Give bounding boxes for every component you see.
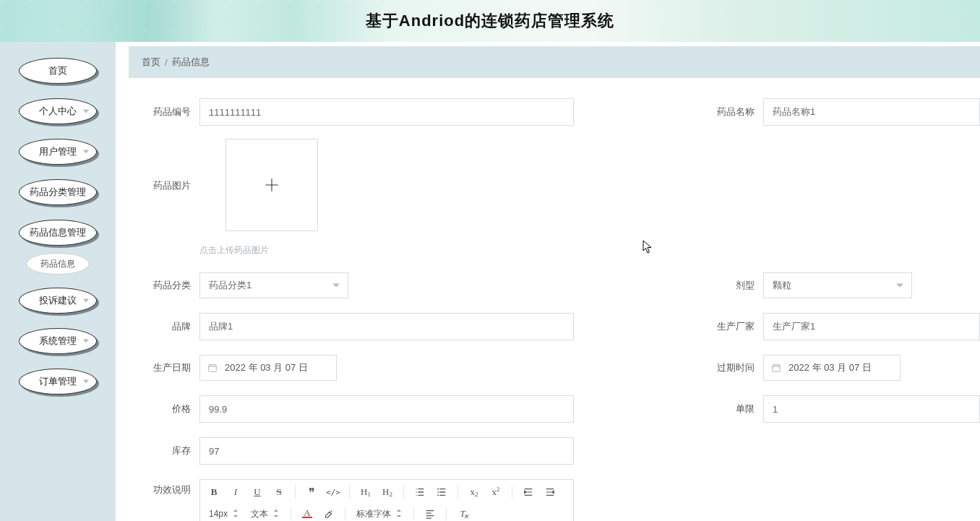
drug-name-input[interactable] xyxy=(763,98,980,126)
app-title: 基于Andriod的连锁药店管理系统 xyxy=(366,10,614,32)
sidebar-item-label: 订单管理 xyxy=(39,375,77,388)
rte-separator xyxy=(446,507,447,520)
label-brand: 品牌 xyxy=(129,320,191,333)
sidebar-item-label: 个人中心 xyxy=(39,105,77,118)
stock-input[interactable] xyxy=(199,437,574,465)
label-drug-category: 药品分类 xyxy=(129,279,191,292)
sidebar-item-label: 用户管理 xyxy=(39,145,77,158)
rte-quote-button[interactable]: ❞ xyxy=(304,484,319,500)
sidebar-item-drug-category[interactable]: 药品分类管理 xyxy=(19,179,97,205)
rte-separator xyxy=(457,486,458,499)
sidebar-item-home[interactable]: 首页 xyxy=(19,58,97,84)
svg-rect-0 xyxy=(209,365,217,371)
drug-code-input[interactable] xyxy=(199,98,574,126)
label-price: 价格 xyxy=(129,402,191,415)
rte-underline-button[interactable]: U xyxy=(249,484,265,500)
rte-font-size-select[interactable]: 14px xyxy=(206,506,242,521)
svg-point-2 xyxy=(437,488,439,490)
upload-hint-text: 点击上传药品图片 xyxy=(199,244,980,257)
rte-text-color-button[interactable]: A xyxy=(299,506,315,521)
label-manufacturer: 生产厂家 xyxy=(692,320,755,333)
manufacturer-input[interactable] xyxy=(763,313,980,340)
rte-separator xyxy=(345,507,345,520)
sidebar-item-users[interactable]: 用户管理 xyxy=(19,139,97,165)
expire-date-value: 2022 年 03 月 07 日 xyxy=(788,361,872,374)
expire-date-picker[interactable]: 2022 年 03 月 07 日 xyxy=(763,355,901,381)
main-layout: 首页 个人中心 用户管理 药品分类管理 药品信息管理 药品信息 投诉建议 系统管… xyxy=(0,42,980,521)
label-drug-image: 药品图片 xyxy=(129,179,191,192)
label-drug-code: 药品编号 xyxy=(129,106,191,119)
dosage-select[interactable]: 颗粒 xyxy=(763,272,912,298)
content-area: 首页 / 药品信息 药品编号 药品名称 药品图片 xyxy=(116,42,980,521)
breadcrumb-home-link[interactable]: 首页 xyxy=(142,56,160,69)
rte-outdent-button[interactable] xyxy=(542,484,558,500)
rte-bold-button[interactable]: B xyxy=(206,484,222,500)
rte-font-size-value: 14px xyxy=(209,509,228,519)
rte-separator xyxy=(512,486,512,499)
price-input[interactable] xyxy=(199,395,574,423)
sidebar-item-label: 首页 xyxy=(48,64,67,77)
rte-ol-button[interactable] xyxy=(412,484,428,500)
sidebar: 首页 个人中心 用户管理 药品分类管理 药品信息管理 药品信息 投诉建议 系统管… xyxy=(0,42,116,521)
drug-form: 药品编号 药品名称 药品图片 点击上传药品图片 药品分类 xyxy=(129,78,980,521)
brand-input[interactable] xyxy=(199,313,574,340)
breadcrumb-current: 药品信息 xyxy=(172,56,210,69)
produce-date-value: 2022 年 03 月 07 日 xyxy=(225,361,308,374)
rte-font-type-select[interactable]: 文本 xyxy=(248,506,283,521)
drug-category-select[interactable]: 药品分类1 xyxy=(199,272,348,298)
rte-font-type-value: 文本 xyxy=(251,508,268,520)
calendar-icon xyxy=(207,363,218,373)
rte-font-family-value: 标准字体 xyxy=(356,508,391,520)
label-produce-date: 生产日期 xyxy=(129,361,191,374)
sidebar-item-profile[interactable]: 个人中心 xyxy=(19,98,97,124)
rte-separator xyxy=(295,486,296,499)
svg-point-3 xyxy=(437,491,439,493)
calendar-icon xyxy=(771,363,781,373)
image-upload-box[interactable] xyxy=(225,139,318,231)
sidebar-item-system[interactable]: 系统管理 xyxy=(19,328,97,354)
rte-subscript-button[interactable]: x2 xyxy=(466,484,482,500)
label-stock: 库存 xyxy=(129,444,191,457)
rich-text-toolbar: B I U S ❞ </> H1 H2 x2 x2 xyxy=(199,479,574,521)
label-drug-name: 药品名称 xyxy=(692,106,755,119)
sidebar-subitem-drug-info[interactable]: 药品信息 xyxy=(26,253,90,275)
produce-date-picker[interactable]: 2022 年 03 月 07 日 xyxy=(199,355,337,381)
sidebar-item-label: 系统管理 xyxy=(39,335,77,348)
sidebar-item-complaints[interactable]: 投诉建议 xyxy=(19,288,97,314)
rte-italic-button[interactable]: I xyxy=(228,484,244,500)
sidebar-item-label: 药品信息管理 xyxy=(30,226,86,239)
breadcrumb: 首页 / 药品信息 xyxy=(129,46,980,78)
rte-ul-button[interactable] xyxy=(434,484,450,500)
rte-separator xyxy=(349,486,350,499)
rte-separator xyxy=(413,507,414,520)
plus-icon xyxy=(262,176,281,194)
rte-separator xyxy=(403,486,404,499)
rte-clear-format-button[interactable]: T✕ xyxy=(455,506,470,521)
label-expire-date: 过期时间 xyxy=(692,361,755,374)
rte-indent-button[interactable] xyxy=(520,484,536,500)
rte-bg-color-button[interactable] xyxy=(321,506,337,521)
limit-input[interactable] xyxy=(763,395,980,423)
rte-h2-button[interactable]: H2 xyxy=(379,484,395,500)
rte-separator xyxy=(291,507,291,520)
rte-font-family-select[interactable]: 标准字体 xyxy=(353,506,405,521)
app-header: 基于Andriod的连锁药店管理系统 xyxy=(0,0,980,42)
sidebar-item-orders[interactable]: 订单管理 xyxy=(19,369,97,395)
svg-point-4 xyxy=(437,495,439,496)
rte-strike-button[interactable]: S xyxy=(271,484,287,500)
rte-align-button[interactable] xyxy=(422,506,438,521)
sidebar-subitem-label: 药品信息 xyxy=(40,258,75,270)
label-dosage: 剂型 xyxy=(692,279,755,292)
drug-category-value: 药品分类1 xyxy=(209,279,252,292)
rte-superscript-button[interactable]: x2 xyxy=(488,484,504,500)
breadcrumb-separator: / xyxy=(165,57,168,68)
svg-rect-1 xyxy=(773,365,781,371)
sidebar-item-drug-info[interactable]: 药品信息管理 xyxy=(19,220,97,246)
rte-code-button[interactable]: </> xyxy=(325,484,341,500)
dosage-value: 颗粒 xyxy=(773,279,791,292)
sidebar-item-label: 投诉建议 xyxy=(39,294,77,307)
label-efficacy: 功效说明 xyxy=(129,483,191,496)
sidebar-item-label: 药品分类管理 xyxy=(30,186,86,199)
label-limit: 单限 xyxy=(692,402,755,415)
rte-h1-button[interactable]: H1 xyxy=(358,484,374,500)
